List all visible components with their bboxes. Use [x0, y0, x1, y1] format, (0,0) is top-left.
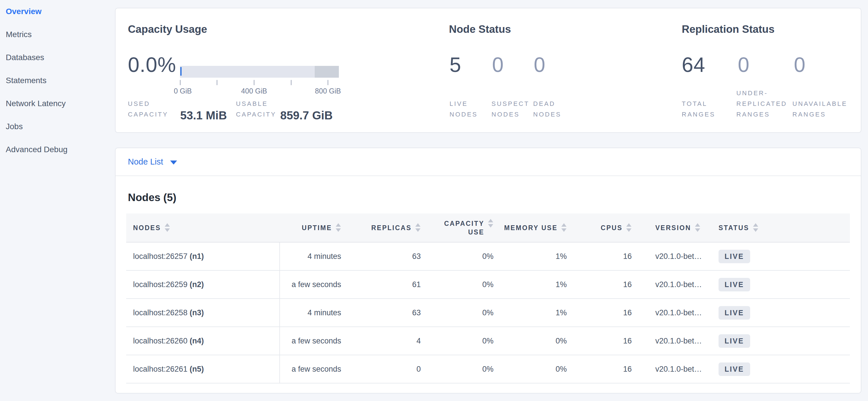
unavailable-ranges-count: 0: [794, 53, 806, 76]
axis-label: 800 GiB: [315, 87, 341, 95]
column-label: VERSION: [655, 224, 691, 232]
sort-icon: [753, 223, 758, 232]
under-replicated-ranges-label: UNDER- REPLICATED RANGES: [736, 88, 787, 120]
sidebar-item-overview[interactable]: Overview: [0, 0, 115, 23]
axis-tick: [217, 80, 217, 85]
uptime-cell: a few seconds: [280, 270, 348, 298]
under-replicated-ranges-count: 0: [738, 53, 750, 76]
used-capacity-label: USED CAPACITY: [128, 98, 168, 120]
status-cell: LIVE: [711, 327, 850, 355]
dead-nodes-label: DEAD NODES: [533, 98, 561, 120]
status-badge: LIVE: [718, 250, 750, 263]
unavailable-ranges-label: UNAVAILABLE RANGES: [793, 98, 847, 120]
sort-icon: [695, 223, 701, 232]
uptime-cell: a few seconds: [280, 355, 348, 383]
sidebar-item-network-latency[interactable]: Network Latency: [0, 92, 115, 115]
memory-use-cell: 1%: [502, 242, 581, 270]
node-list-view-bar: Node List: [116, 148, 861, 176]
usable-capacity-label: USABLE CAPACITY: [236, 98, 276, 120]
sidebar-item-statements[interactable]: Statements: [0, 69, 115, 92]
status-badge: LIVE: [718, 334, 750, 348]
memory-use-cell: 1%: [502, 270, 581, 298]
replicas-cell: 4: [348, 327, 429, 355]
table-row: localhost:26258 (n3) 4 minutes 63 0% 1% …: [126, 298, 850, 327]
version-cell: v20.1.0-bet…: [647, 298, 711, 327]
status-badge: LIVE: [718, 278, 750, 291]
caret-down-icon: [170, 161, 177, 165]
table-header-row: NODES UPTIME REPLICAS: [126, 213, 850, 242]
capacity-axis-labels: 0 GiB 400 GiB 800 GiB: [180, 87, 339, 95]
node-name-cell[interactable]: localhost:26257 (n1): [126, 242, 280, 270]
node-name-cell[interactable]: localhost:26259 (n2): [126, 270, 280, 298]
node-address: localhost:26258: [133, 308, 187, 317]
column-header-nodes[interactable]: NODES: [126, 213, 280, 242]
suspect-nodes-count: 0: [492, 53, 504, 76]
version-cell: v20.1.0-bet…: [647, 270, 711, 298]
capacity-use-cell: 0%: [429, 298, 502, 327]
table-row: localhost:26261 (n5) a few seconds 0 0% …: [126, 355, 850, 383]
sort-icon: [561, 223, 567, 232]
column-label: STATUS: [718, 224, 749, 232]
nodes-count-heading: Nodes (5): [128, 191, 177, 204]
column-header-cpus[interactable]: CPUS: [581, 213, 647, 242]
node-name-cell[interactable]: localhost:26258 (n3): [126, 298, 280, 327]
cpus-cell: 16: [581, 242, 647, 270]
sidebar-item-metrics[interactable]: Metrics: [0, 23, 115, 46]
suspect-nodes-label: SUSPECT NODES: [492, 98, 529, 120]
cluster-summary-card: Capacity Usage 0.0% 0 Gi: [115, 8, 861, 133]
version-cell: v20.1.0-bet…: [647, 242, 711, 270]
sidebar-item-jobs[interactable]: Jobs: [0, 115, 115, 138]
column-header-status[interactable]: STATUS: [711, 213, 850, 242]
capacity-used-percent: 0.0%: [128, 53, 176, 76]
column-header-uptime[interactable]: UPTIME: [280, 213, 348, 242]
node-name-cell[interactable]: localhost:26261 (n5): [126, 355, 280, 383]
capacity-usage-section: Capacity Usage 0.0% 0 Gi: [128, 8, 444, 132]
replicas-cell: 61: [348, 270, 429, 298]
column-label: CPUS: [601, 224, 623, 232]
cpus-cell: 16: [581, 355, 647, 383]
node-address: localhost:26261: [133, 365, 187, 373]
view-dropdown[interactable]: Node List: [128, 157, 177, 167]
live-nodes-label: LIVE NODES: [450, 98, 478, 120]
column-header-replicas[interactable]: REPLICAS: [348, 213, 429, 242]
view-dropdown-label: Node List: [128, 157, 163, 167]
status-badge: LIVE: [718, 363, 750, 376]
version-cell: v20.1.0-bet…: [647, 327, 711, 355]
column-header-capacity-use[interactable]: CAPACITY USE: [429, 213, 502, 242]
node-id: (n2): [190, 280, 204, 289]
cpus-cell: 16: [581, 298, 647, 327]
nodes-table-wrap: NODES UPTIME REPLICAS: [126, 213, 850, 383]
sidebar-item-advanced-debug[interactable]: Advanced Debug: [0, 138, 115, 161]
capacity-bar: [180, 66, 339, 78]
cpus-cell: 16: [581, 270, 647, 298]
replication-status-title: Replication Status: [682, 23, 775, 36]
node-name-cell[interactable]: localhost:26260 (n4): [126, 327, 280, 355]
node-list-card: Node List Nodes (5) NODES: [115, 148, 861, 394]
capacity-use-cell: 0%: [429, 270, 502, 298]
replicas-cell: 63: [348, 298, 429, 327]
used-capacity-value: 53.1 MiB: [180, 109, 227, 122]
axis-label: 0 GiB: [174, 87, 192, 95]
cluster-overview-page: Overview Metrics Databases Statements Ne…: [0, 0, 868, 401]
axis-tick: [254, 80, 254, 85]
node-status-title: Node Status: [449, 23, 511, 36]
version-cell: v20.1.0-bet…: [647, 355, 711, 383]
capacity-used-marker: [180, 67, 182, 76]
status-cell: LIVE: [711, 298, 850, 327]
capacity-usage-title: Capacity Usage: [128, 23, 207, 36]
sort-icon: [415, 223, 421, 232]
capacity-use-cell: 0%: [429, 327, 502, 355]
cpus-cell: 16: [581, 327, 647, 355]
column-header-version[interactable]: VERSION: [647, 213, 711, 242]
status-cell: LIVE: [711, 355, 850, 383]
column-label: REPLICAS: [371, 224, 411, 232]
sidebar-item-databases[interactable]: Databases: [0, 46, 115, 69]
column-label: NODES: [133, 224, 161, 232]
column-header-memory-use[interactable]: MEMORY USE: [502, 213, 581, 242]
axis-tick: [291, 80, 291, 85]
node-id: (n1): [190, 252, 204, 261]
node-address: localhost:26257: [133, 252, 187, 261]
capacity-bar-reserved-segment: [315, 66, 339, 78]
memory-use-cell: 0%: [502, 355, 581, 383]
total-ranges-label: TOTAL RANGES: [682, 98, 715, 120]
